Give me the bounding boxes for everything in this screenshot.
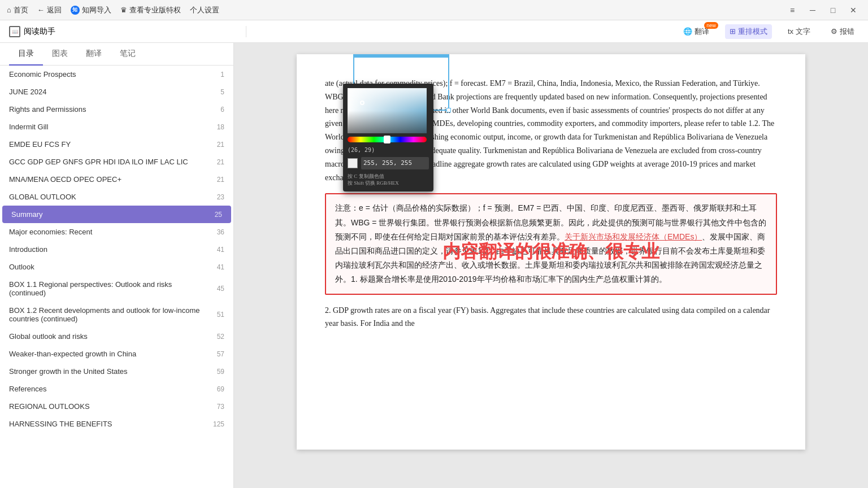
color-picker-popup[interactable]: (26, 29) 255, 255, 255 按 C 复制颜色值 按 Shift…	[343, 84, 433, 191]
toolbar-right: 🌐 翻译 new ⊞ 重排模式 tx 文字 ⚙ 报错	[246, 24, 859, 39]
highlight-emde-text: 关于新兴市场和发展经济体（EMDEs）	[565, 232, 702, 241]
retranslate-action[interactable]: ⊞ 重排模式	[725, 24, 772, 39]
content-area: (26, 29) 255, 255, 255 按 C 复制颜色值 按 Shift…	[234, 43, 868, 488]
tab-notes[interactable]: 笔记	[111, 43, 145, 66]
titlebar: ⌂ 首页 ← 返回 知 知网导入 ♛ 查看专业版特权 个人设置 ≡ ─ □ ✕	[0, 0, 868, 20]
toc-item-regional[interactable]: REGIONAL OUTLOOKS 73	[0, 398, 233, 415]
content-scroll[interactable]: (26, 29) 255, 255, 255 按 C 复制颜色值 按 Shift…	[234, 43, 868, 488]
selection-top-bar	[353, 54, 449, 56]
toc-item-economic-prospects[interactable]: Economic Prospects 1	[0, 66, 233, 83]
text-icon: tx	[788, 27, 793, 36]
toc-item-indermit[interactable]: Indermit Gill 18	[0, 118, 233, 136]
copy-hint-1: 按 C 复制颜色值	[348, 173, 429, 180]
reader-logo: 📖 阅读助手	[9, 26, 55, 37]
toc-item-rights[interactable]: Rights and Permissions 6	[0, 101, 233, 118]
report-label: 报错	[840, 27, 854, 37]
report-icon: ⚙	[831, 27, 837, 36]
toc-item-june2024[interactable]: JUNE 2024 5	[0, 83, 233, 101]
minimize-button[interactable]: ─	[805, 2, 821, 18]
toc-list: Economic Prospects 1 JUNE 2024 5 Rights …	[0, 66, 233, 488]
tab-toc[interactable]: 目录	[9, 43, 43, 66]
color-value: 255, 255, 255	[361, 157, 429, 169]
zhihu-icon: 知	[71, 6, 80, 15]
retranslate-icon: ⊞	[730, 27, 736, 36]
translate-icon: 🌐	[683, 27, 692, 36]
nav-back[interactable]: ← 返回	[37, 5, 62, 15]
reader-logo-label: 阅读助手	[24, 27, 55, 37]
toc-item-weaker-china[interactable]: Weaker-than-expected growth in China 57	[0, 345, 233, 363]
document-page: (26, 29) 255, 255, 255 按 C 复制颜色值 按 Shift…	[297, 54, 805, 450]
toc-item-emde[interactable]: EMDE EU FCS FY 21	[0, 136, 233, 153]
toc-item-major-economies[interactable]: Major economies: Recent 36	[0, 223, 233, 241]
color-swatch-row: 255, 255, 255	[348, 157, 429, 169]
reader-icon: 📖	[9, 26, 20, 37]
tab-charts[interactable]: 图表	[43, 43, 77, 66]
toc-item-global-outlook[interactable]: GLOBAL OUTLOOK 23	[0, 188, 233, 206]
titlebar-nav: ⌂ 首页 ← 返回 知 知网导入 ♛ 查看专业版特权 个人设置	[7, 5, 219, 15]
close-button[interactable]: ✕	[845, 2, 861, 18]
back-arrow-icon: ←	[37, 6, 45, 14]
main-layout: 目录 图表 翻译 笔记 Economic Prospects 1 JUNE 20…	[0, 43, 868, 488]
text-action[interactable]: tx 文字	[783, 24, 815, 39]
nav-zhihu[interactable]: 知 知网导入	[71, 5, 111, 15]
nav-pro[interactable]: ♛ 查看专业版特权	[120, 5, 181, 15]
color-gradient[interactable]	[348, 88, 427, 133]
english-para-2: 2. GDP growth rates are on a fiscal year…	[325, 304, 777, 331]
toc-item-mna[interactable]: MNA/MENA OECD OPEC OPEC+ 21	[0, 171, 233, 188]
translate-action-wrap: 🌐 翻译 new	[679, 24, 714, 39]
toc-item-gcc[interactable]: GCC GDP GEP GNFS GPR HDI IDA ILO IMF LAC…	[0, 153, 233, 171]
toc-item-outlook[interactable]: Outlook 41	[0, 258, 233, 276]
toc-item-summary[interactable]: Summary 25	[2, 206, 231, 223]
new-badge: new	[704, 22, 718, 29]
toc-item-box12[interactable]: BOX 1.2 Recent developments and outlook …	[0, 302, 233, 328]
toc-item-global-risks[interactable]: Global outlook and risks 52	[0, 328, 233, 345]
hue-bar[interactable]	[348, 137, 427, 142]
hue-cursor	[384, 136, 390, 143]
sidebar-tabs: 目录 图表 翻译 笔记	[0, 43, 233, 66]
report-action[interactable]: ⚙ 报错	[826, 24, 859, 39]
color-gradient-area[interactable]	[348, 88, 427, 133]
toolbar-left: 📖 阅读助手	[9, 26, 246, 37]
sidebar: 目录 图表 翻译 笔记 Economic Prospects 1 JUNE 20…	[0, 43, 234, 488]
nav-home[interactable]: ⌂ 首页	[7, 5, 28, 15]
tab-translate[interactable]: 翻译	[77, 43, 111, 66]
retranslate-label: 重排模式	[738, 27, 767, 37]
toc-item-box11[interactable]: BOX 1.1 Regional perspectives: Outlook a…	[0, 276, 233, 302]
window-controls: ≡ ─ □ ✕	[784, 2, 861, 18]
text-label: 文字	[796, 27, 810, 37]
toc-item-references[interactable]: References 69	[0, 380, 233, 398]
toolbar: 📖 阅读助手 🌐 翻译 new ⊞ 重排模式 tx 文字 ⚙ 报错	[0, 20, 868, 43]
menu-button[interactable]: ≡	[784, 2, 800, 18]
nav-settings[interactable]: 个人设置	[190, 5, 219, 15]
color-cursor	[360, 101, 364, 105]
chinese-translation-text: 注意：e = 估计（商品价格的实际数据）；f = 预测。EM7 = 巴西、中国、…	[335, 201, 767, 286]
color-swatch[interactable]	[348, 158, 358, 168]
toc-item-stronger-us[interactable]: Stronger growth in the United States 59	[0, 363, 233, 380]
crown-icon: ♛	[120, 6, 127, 14]
toc-item-introduction[interactable]: Introduction 41	[0, 241, 233, 258]
translation-highlight-box: 注意：e = 估计（商品价格的实际数据）；f = 预测。EM7 = 巴西、中国、…	[325, 193, 777, 294]
home-icon: ⌂	[7, 6, 11, 14]
color-coords: (26, 29)	[348, 146, 429, 155]
copy-hint-2: 按 Shift 切换 RGB/HEX	[348, 180, 429, 187]
maximize-button[interactable]: □	[825, 2, 841, 18]
toc-item-harnessing[interactable]: HARNESSING THE BENEFITS 125	[0, 415, 233, 433]
